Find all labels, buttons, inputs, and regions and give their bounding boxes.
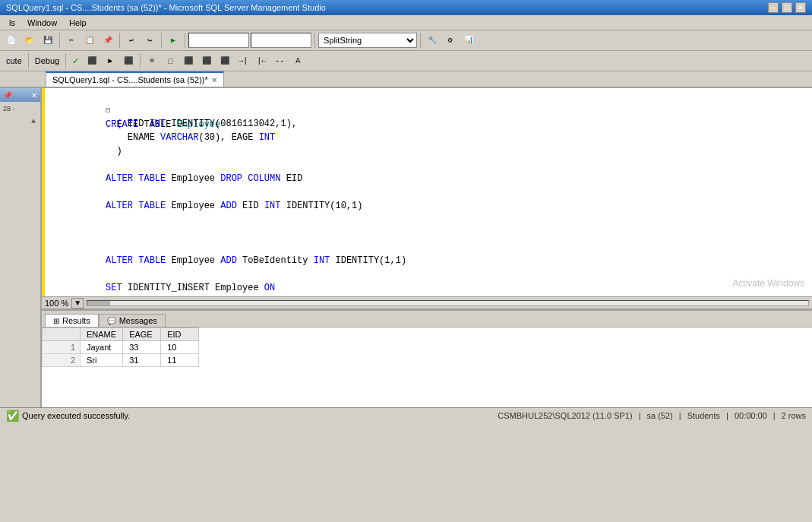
code-line-6: ALTER TABLE Employee DROP COLUMN EID (51, 158, 806, 172)
collapse-icon[interactable]: ⊟ (106, 106, 110, 115)
format-btn3[interactable]: ⬛ (180, 52, 197, 69)
messages-icon: 💬 (107, 317, 116, 325)
open-btn[interactable]: 📂 (21, 32, 38, 49)
cell-eage-1: 33 (123, 341, 161, 354)
paste-btn[interactable]: 📌 (100, 32, 116, 49)
panel-pin[interactable]: 📌 (3, 91, 12, 100)
results-tab-label: Results (62, 316, 90, 325)
indent-btn2[interactable]: |← (253, 52, 270, 69)
table-row: 2 Sri 31 11 (43, 354, 199, 367)
tab-row: SQLQuery1.sql - CS....Students (sa (52))… (0, 71, 812, 88)
sep8 (65, 53, 66, 68)
debug-btn1[interactable]: 🔧 (424, 32, 441, 49)
sep7 (28, 53, 29, 68)
new-query-btn[interactable]: 📄 (3, 32, 20, 49)
messages-tab[interactable]: 💬 Messages (99, 314, 166, 327)
status-right: CSMBHUL252\SQL2012 (11.0 SP1) | sa (52) … (498, 411, 806, 420)
code-line-16: --OR (51, 295, 806, 296)
run-btn[interactable]: ▶ (102, 52, 118, 69)
scroll-up-icon[interactable]: ▲ (31, 117, 36, 125)
comment-btn[interactable]: -- (271, 52, 288, 69)
sep6 (420, 33, 421, 48)
copy-btn[interactable]: 📋 (81, 32, 98, 49)
menu-bar: ls Window Help (0, 15, 812, 30)
code-line-5 (51, 144, 806, 158)
title-text: SQLQuery1.sql - CS....Students (sa (52))… (6, 3, 326, 12)
maximize-button[interactable]: □ (782, 2, 792, 13)
code-line-2: ( EID INT IDENTITY(0816113042,1), (51, 103, 806, 117)
code-line-14: SET IDENTITY_INSERT Employee ON (51, 267, 806, 281)
indent-btn1[interactable]: →| (235, 52, 251, 69)
status-sep4: | (773, 411, 776, 420)
cell-eid-1: 10 (161, 341, 199, 354)
col-header-empty (43, 328, 81, 341)
code-editor[interactable]: ⊟ CREATE TABLE Employee ( EID INT IDENTI… (42, 88, 812, 296)
menu-window[interactable]: Window (21, 17, 63, 29)
execute-btn[interactable]: ▶ (165, 32, 182, 49)
close-button[interactable]: ✕ (795, 2, 806, 13)
query-tab[interactable]: SQLQuery1.sql - CS....Students (sa (52))… (46, 71, 224, 87)
status-server: CSMBHUL252\SQL2012 (11.0 SP1) (498, 411, 632, 420)
bottom-panel: ⊞ Results 💬 Messages ENAME EAGE (42, 308, 812, 407)
redo-btn[interactable]: ↪ (141, 32, 158, 49)
undo-btn[interactable]: ↩ (123, 32, 140, 49)
col-header-ename: ENAME (81, 328, 123, 341)
window-controls: ─ □ ✕ (768, 2, 806, 13)
debug-btn3[interactable]: 📊 (460, 32, 477, 49)
server-input[interactable] (188, 33, 249, 48)
parse-btn[interactable]: ⬛ (84, 52, 100, 69)
db-input[interactable] (251, 33, 311, 48)
function-dropdown[interactable]: SplitString (318, 33, 417, 48)
format-btn1[interactable]: ≡ (144, 52, 160, 69)
status-icon: ✅ (6, 410, 19, 422)
results-tab[interactable]: ⊞ Results (45, 314, 99, 327)
status-bar: ✅ Query executed successfully. CSMBHUL25… (0, 407, 812, 422)
sidebar-label-28: 28 - (2, 103, 39, 114)
status-sep3: | (726, 411, 728, 420)
save-btn[interactable]: 💾 (39, 32, 56, 49)
cell-ename-2: Sri (81, 354, 123, 367)
result-tab-bar: ⊞ Results 💬 Messages (42, 311, 812, 327)
title-bar: SQLQuery1.sql - CS....Students (sa (52))… (0, 0, 812, 15)
editor-container: ⊟ CREATE TABLE Employee ( EID INT IDENTI… (42, 88, 812, 407)
zoom-label: 100 % (45, 299, 68, 308)
messages-tab-label: Messages (119, 316, 157, 325)
format-btn5[interactable]: ⬛ (216, 52, 233, 69)
status-time: 00:00:00 (735, 411, 767, 420)
results-icon: ⊞ (53, 317, 59, 325)
uncomment-btn[interactable]: A (289, 52, 306, 69)
zoom-dropdown[interactable]: ▼ (71, 298, 84, 308)
cell-eage-2: 31 (123, 354, 161, 367)
minimize-button[interactable]: ─ (768, 2, 779, 13)
result-content: ENAME EAGE EID 1 Jayant 33 10 (42, 327, 812, 407)
menu-help[interactable]: Help (63, 17, 93, 29)
tab-close-btn[interactable]: ✕ (211, 76, 217, 84)
sidebar-content: 28 - ▲ (0, 102, 40, 407)
toolbar-1: 📄 📂 💾 ✂ 📋 📌 ↩ ↪ ▶ SplitString 🔧 ⚙ 📊 (0, 30, 812, 51)
zoom-scroll-bar: 100 % ▼ (42, 296, 812, 308)
tab-label: SQLQuery1.sql - CS....Students (sa (52))… (52, 75, 208, 84)
result-table: ENAME EAGE EID 1 Jayant 33 10 (42, 327, 199, 367)
debug-btn2[interactable]: ⚙ (442, 32, 459, 49)
code-line-1: ⊟ CREATE TABLE Employee (51, 90, 806, 103)
sep5 (314, 33, 315, 48)
code-line-12: ALTER TABLE Employee ADD ToBeIdentity IN… (51, 240, 806, 254)
col-header-eid: EID (161, 328, 199, 341)
h-scrollthumb[interactable] (87, 301, 110, 305)
format-btn2[interactable]: ⬚ (162, 52, 179, 69)
cut-btn[interactable]: ✂ (63, 32, 80, 49)
status-left: ✅ Query executed successfully. (6, 410, 130, 422)
left-sidebar: 📌 ✕ 28 - ▲ (0, 88, 42, 407)
h-scrolltrack[interactable] (87, 300, 809, 306)
stop-btn[interactable]: ⬛ (120, 52, 137, 69)
table-row: 1 Jayant 33 10 (43, 341, 199, 354)
status-message: Query executed successfully. (22, 411, 130, 420)
format-btn4[interactable]: ⬛ (198, 52, 215, 69)
code-content[interactable]: ⊟ CREATE TABLE Employee ( EID INT IDENTI… (45, 88, 812, 296)
code-line-10 (51, 213, 806, 226)
toolbar2-debug[interactable]: Debug (32, 56, 62, 65)
toolbar2-check[interactable]: ✓ (69, 56, 82, 66)
menu-ls[interactable]: ls (3, 17, 21, 29)
panel-close[interactable]: ✕ (31, 91, 37, 100)
toolbar-2: cute Debug ✓ ⬛ ▶ ⬛ ≡ ⬚ ⬛ ⬛ ⬛ →| |← -- A (0, 51, 812, 71)
